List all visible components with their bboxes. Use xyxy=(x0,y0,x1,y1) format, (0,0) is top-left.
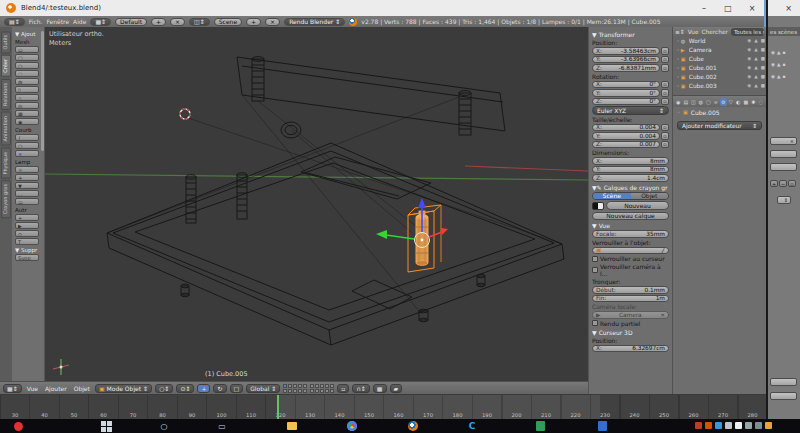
expand-icon[interactable]: · xyxy=(677,83,679,89)
add-cylinder-button[interactable]: ▯ xyxy=(15,86,39,93)
tray-icon[interactable] xyxy=(735,422,742,429)
menu-fenetre[interactable]: Fenêtre xyxy=(46,18,69,25)
restrict-view-icon[interactable]: ◉ xyxy=(747,56,751,61)
number-field[interactable]: Y:0.004 xyxy=(592,132,660,140)
constraints-tab[interactable]: ∞ xyxy=(713,98,720,106)
editor-type-button[interactable]: ▦⇕ xyxy=(3,384,22,393)
timeline-playhead[interactable] xyxy=(277,395,279,419)
restrict-render-icon[interactable]: ■ xyxy=(761,56,765,61)
restrict-view-icon[interactable]: ◉ xyxy=(747,38,751,43)
menu-fichier[interactable]: Fich. xyxy=(29,18,43,25)
timeline-editor[interactable]: 3040506070809010011012013014015016017018… xyxy=(0,394,766,419)
world-tab[interactable]: ◍ xyxy=(698,98,705,106)
modifiers-tab[interactable]: ⚙ xyxy=(720,98,727,106)
local-camera-field[interactable]: ▶Camera× xyxy=(592,311,669,319)
menu-objet[interactable]: Objet xyxy=(72,385,92,392)
toolshelf-tab-animation[interactable]: Animation xyxy=(1,112,11,146)
background-field[interactable] xyxy=(770,392,797,400)
background-window-titlebar[interactable]: × xyxy=(768,0,800,16)
outliner-item-cube.001[interactable]: ·▣Cube.001◉▲■ xyxy=(673,63,766,72)
maximize-button[interactable]: □ xyxy=(716,0,740,16)
outliner-editor-icon[interactable]: ≡⇕ xyxy=(675,29,685,35)
lock-icon[interactable]: ▫ xyxy=(661,56,669,64)
background-field[interactable]: × xyxy=(770,137,797,145)
orientation-select[interactable]: Global ⇕ xyxy=(246,384,280,393)
number-field[interactable]: Y:0° xyxy=(592,89,660,97)
add-nurbs-button[interactable]: × xyxy=(15,150,39,157)
screen-layout-icon[interactable]: ▦⇕ xyxy=(90,18,111,26)
layer-toggle[interactable] xyxy=(325,384,329,388)
number-field[interactable]: Z:0.007 xyxy=(592,141,660,149)
add-grid-button[interactable]: ▦ xyxy=(15,110,39,117)
add-plane-button[interactable]: ▭ xyxy=(15,46,39,53)
number-field[interactable]: X:8mm xyxy=(592,157,669,165)
manipulator-translate-button[interactable]: + xyxy=(197,384,210,393)
close-button[interactable]: × xyxy=(740,0,764,16)
outliner-menu-vue[interactable]: Vue xyxy=(688,29,699,35)
toolshelf-tab-crayon-gras[interactable]: Crayon gras xyxy=(1,180,11,218)
lock-icon[interactable]: ▫ xyxy=(661,89,669,97)
number-field[interactable]: X:0° xyxy=(592,81,660,89)
layer-toggle[interactable] xyxy=(298,389,302,393)
lock-icon[interactable]: ▫ xyxy=(661,81,669,89)
number-field[interactable]: Z:0° xyxy=(592,98,660,106)
outliner-item-cube.002[interactable]: ·▣Cube.002◉▲■ xyxy=(673,72,766,81)
taskbar-app-icon-task-view[interactable]: ▭ xyxy=(216,420,228,432)
layer-toggle[interactable] xyxy=(293,384,297,388)
expand-icon[interactable]: · xyxy=(677,56,679,62)
new-layer-button[interactable]: Nouveau calque xyxy=(592,212,669,221)
clip-start-field[interactable]: Début:0.1mm xyxy=(592,286,669,294)
layer-toggle[interactable] xyxy=(315,389,319,393)
lock-icon[interactable]: ▫ xyxy=(661,124,669,132)
manipulator-scale-button[interactable]: □ xyxy=(230,384,244,393)
texture-tab[interactable]: ▩ xyxy=(743,98,750,106)
expand-icon[interactable]: · xyxy=(677,38,679,44)
render-opengl-button[interactable]: ▦ xyxy=(373,384,387,393)
clip-end-field[interactable]: Fin:1m xyxy=(592,295,669,303)
background-field[interactable] xyxy=(770,378,797,386)
number-field[interactable]: Z:-6.83871mm xyxy=(592,64,660,72)
editor-type-icon[interactable]: ▤⇕ xyxy=(4,18,25,26)
toolshelf-tab-physique[interactable]: Physique xyxy=(1,148,11,179)
number-field[interactable]: Y:-3.63966cm xyxy=(592,56,660,64)
shading-select[interactable]: ○⇕ xyxy=(155,384,173,393)
taskbar-app-icon-search[interactable]: ○ xyxy=(158,420,170,432)
render-layers-tab[interactable]: ▤ xyxy=(683,98,690,106)
title-bar[interactable]: Blend4/:testeux.blend) – □ × xyxy=(0,0,764,16)
tray-icon[interactable] xyxy=(695,422,702,429)
tray-icon[interactable] xyxy=(765,422,772,429)
restrict-view-icon[interactable]: ◉ xyxy=(747,65,751,70)
add-uv-sphere-button[interactable]: ◌ xyxy=(15,70,39,77)
restrict-render-icon[interactable]: ■ xyxy=(761,74,765,79)
restrict-render-icon[interactable]: ■ xyxy=(761,83,765,88)
tray-icon[interactable] xyxy=(705,422,712,429)
background-field[interactable] xyxy=(770,163,797,171)
snap-magnet-button[interactable]: ∩⇕ xyxy=(352,384,369,393)
scene-tab[interactable]: ◫ xyxy=(690,98,697,106)
scene-field[interactable]: Scene xyxy=(214,18,242,26)
object-tab[interactable]: ▢ xyxy=(705,98,712,106)
add-cercle-button[interactable]: ○ xyxy=(15,142,39,149)
layer-toggle[interactable] xyxy=(288,389,292,393)
restrict-select-icon[interactable]: ▲ xyxy=(754,38,757,43)
layer-toggle[interactable] xyxy=(315,384,319,388)
render-engine-select[interactable]: Rendu Blender ⇕ xyxy=(284,18,345,26)
add-speaker-button[interactable]: ◇ xyxy=(15,230,39,237)
layer-toggle[interactable] xyxy=(330,384,334,388)
add-spot-button[interactable]: ▼ xyxy=(15,182,39,189)
restrict-select-icon[interactable]: ▲ xyxy=(754,83,757,88)
lock-object-field[interactable]: ▣╱ xyxy=(592,247,669,255)
restrict-render-icon[interactable]: ■ xyxy=(761,38,765,43)
add-bezier-button[interactable]: ∫ xyxy=(15,134,39,141)
view-panel-header[interactable]: ▼ Vue xyxy=(592,222,669,229)
add-hemi-button[interactable]: ◡ xyxy=(15,190,39,197)
add-monkey-button[interactable]: ◉ xyxy=(15,118,39,125)
layer-toggle[interactable] xyxy=(288,384,292,388)
number-field[interactable]: Y:8mm xyxy=(592,166,669,174)
grease-object-button[interactable]: Objet xyxy=(631,193,669,200)
background-toggle-row[interactable]: ◉▲▪ xyxy=(771,74,799,79)
lock-cursor-checkbox[interactable]: Verrouiller au curseur xyxy=(592,255,669,262)
layer-toggle[interactable] xyxy=(320,389,324,393)
taskbar-app-icon-start[interactable] xyxy=(100,420,112,432)
layer-toggle[interactable] xyxy=(310,384,314,388)
